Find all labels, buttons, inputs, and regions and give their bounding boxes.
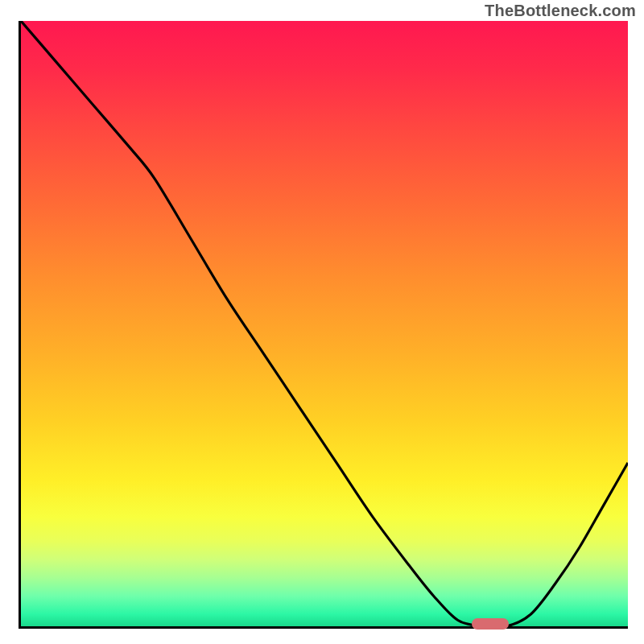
optimal-marker [472, 618, 509, 630]
bottleneck-curve-path [21, 21, 628, 626]
bottleneck-chart: TheBottleneck.com [0, 0, 644, 644]
watermark-text: TheBottleneck.com [485, 2, 636, 20]
curve-layer [21, 21, 628, 626]
plot-area [19, 21, 628, 629]
